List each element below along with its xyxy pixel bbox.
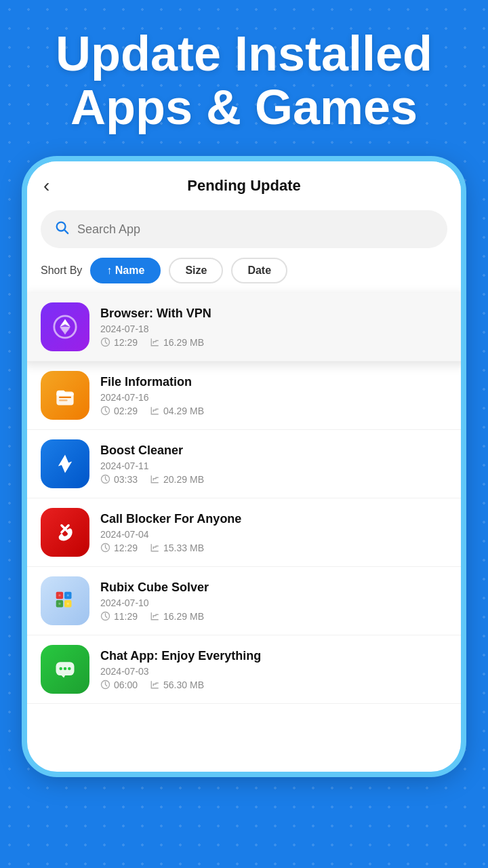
app-info: File Information 2024-07-16 02:29 04.29 …	[100, 375, 447, 416]
svg-point-23	[68, 667, 71, 671]
search-icon	[54, 220, 69, 239]
app-meta: 12:29 15.33 MB	[100, 542, 447, 553]
hero-title: Update Installed Apps & Games	[0, 0, 488, 155]
sort-size-button[interactable]: Size	[169, 258, 223, 283]
app-date: 2024-07-11	[100, 460, 447, 471]
app-icon	[41, 576, 89, 625]
app-size: 15.33 MB	[150, 542, 204, 553]
page-title: Pending Update	[187, 177, 300, 195]
app-meta: 11:29 16.29 MB	[100, 611, 447, 622]
app-size: 16.29 MB	[150, 611, 204, 622]
list-item[interactable]: Call Blocker For Anyone 2024-07-04 12:29…	[27, 498, 461, 567]
app-time: 03:33	[100, 474, 138, 485]
app-info: Browser: With VPN 2024-07-18 12:29 16.29…	[100, 307, 447, 348]
app-icon	[41, 302, 89, 351]
app-date: 2024-07-18	[100, 323, 447, 334]
svg-rect-18	[67, 603, 69, 605]
search-bar	[41, 210, 447, 248]
phone-header: ‹ Pending Update	[27, 161, 461, 205]
back-button[interactable]: ‹	[43, 176, 49, 195]
list-item[interactable]: Boost Cleaner 2024-07-11 03:33 20.29 MB	[27, 430, 461, 498]
list-item[interactable]: Rubix Cube Solver 2024-07-10 11:29 16.29…	[27, 567, 461, 635]
app-meta: 03:33 20.29 MB	[100, 474, 447, 485]
app-list: Browser: With VPN 2024-07-18 12:29 16.29…	[27, 293, 461, 711]
svg-rect-6	[59, 397, 71, 398]
app-time: 11:29	[100, 611, 138, 622]
list-item[interactable]: Chat App: Enjoy Everything 2024-07-03 06…	[27, 635, 461, 704]
app-name: Browser: With VPN	[100, 307, 447, 321]
app-date: 2024-07-04	[100, 529, 447, 540]
app-size: 56.30 MB	[150, 679, 204, 690]
app-meta: 06:00 56.30 MB	[100, 679, 447, 690]
app-time: 12:29	[100, 337, 138, 348]
app-info: Rubix Cube Solver 2024-07-10 11:29 16.29…	[100, 580, 447, 622]
app-icon	[41, 645, 89, 694]
search-input[interactable]	[77, 222, 434, 237]
sort-bar: Short By ↑ Name Size Date	[27, 258, 461, 293]
app-icon	[41, 439, 89, 488]
app-icon	[41, 508, 89, 557]
app-date: 2024-07-16	[100, 392, 447, 403]
svg-point-22	[64, 667, 67, 671]
app-size: 04.29 MB	[150, 406, 204, 416]
app-name: Chat App: Enjoy Everything	[100, 649, 447, 663]
sort-date-button[interactable]: Date	[231, 258, 287, 283]
svg-rect-16	[67, 595, 69, 597]
svg-rect-15	[59, 595, 61, 597]
svg-rect-7	[59, 400, 68, 401]
app-name: File Information	[100, 375, 447, 389]
svg-point-21	[59, 667, 62, 671]
app-name: Rubix Cube Solver	[100, 580, 447, 595]
phone-mockup: ‹ Pending Update Short By ↑ Name Size Da…	[27, 161, 461, 772]
app-size: 20.29 MB	[150, 474, 204, 485]
app-info: Call Blocker For Anyone 2024-07-04 12:29…	[100, 512, 447, 553]
app-size: 16.29 MB	[150, 337, 204, 348]
app-time: 06:00	[100, 679, 138, 690]
svg-rect-17	[59, 603, 61, 605]
app-icon	[41, 371, 89, 420]
list-item[interactable]: File Information 2024-07-16 02:29 04.29 …	[27, 361, 461, 430]
app-name: Boost Cleaner	[100, 443, 447, 458]
list-item[interactable]: Browser: With VPN 2024-07-18 12:29 16.29…	[27, 293, 461, 361]
app-date: 2024-07-03	[100, 666, 447, 677]
app-info: Chat App: Enjoy Everything 2024-07-03 06…	[100, 649, 447, 690]
app-time: 02:29	[100, 406, 138, 416]
app-name: Call Blocker For Anyone	[100, 512, 447, 526]
app-date: 2024-07-10	[100, 597, 447, 608]
sort-label: Short By	[41, 264, 82, 277]
app-info: Boost Cleaner 2024-07-11 03:33 20.29 MB	[100, 443, 447, 485]
svg-line-1	[64, 231, 68, 234]
app-meta: 12:29 16.29 MB	[100, 337, 447, 348]
app-time: 12:29	[100, 542, 138, 553]
app-meta: 02:29 04.29 MB	[100, 406, 447, 416]
sort-name-button[interactable]: ↑ Name	[90, 258, 161, 283]
